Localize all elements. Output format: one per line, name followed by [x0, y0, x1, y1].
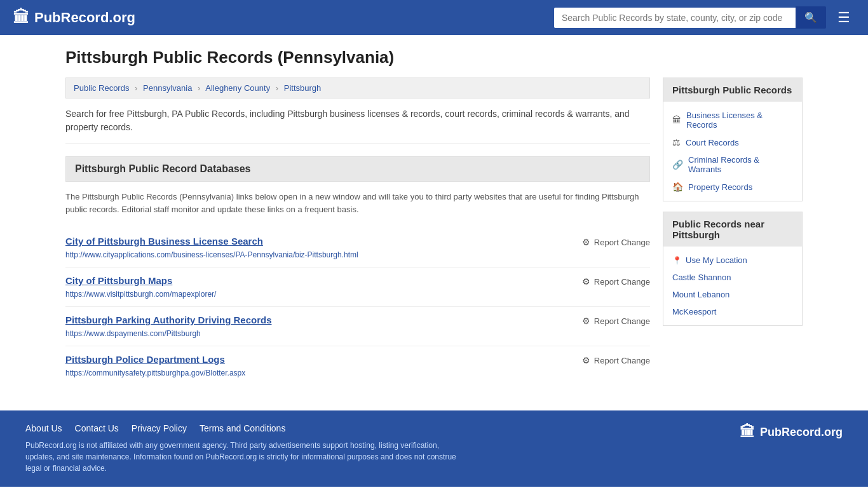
breadcrumb: Public Records › Pennsylvania › Alleghen…	[65, 78, 650, 98]
record-entry: City of Pittsburgh Business License Sear…	[65, 228, 650, 268]
content-main: Public Records › Pennsylvania › Alleghen…	[65, 78, 650, 385]
sidebar-nearby-city: Mount Lebanon	[663, 286, 802, 303]
record-url[interactable]: https://communitysafety.pittsburghpa.gov…	[65, 369, 245, 377]
report-change-button[interactable]: ⚙ Report Change	[582, 316, 650, 326]
record-title[interactable]: Pittsburgh Parking Authority Driving Rec…	[65, 315, 569, 325]
sidebar-record-item: 🏠 Property Records	[663, 178, 802, 196]
record-title[interactable]: Pittsburgh Police Department Logs	[65, 354, 569, 365]
footer-links: About UsContact UsPrivacy PolicyTerms an…	[25, 423, 470, 433]
footer-logo[interactable]: 🏛 PubRecord.org	[740, 423, 843, 441]
report-change-icon: ⚙	[582, 276, 590, 287]
sidebar-record-icon: ⚖	[672, 137, 681, 147]
sidebar-record-link[interactable]: Property Records	[688, 182, 752, 192]
search-button[interactable]: 🔍	[796, 6, 826, 29]
page-description: Search for free Pittsburgh, PA Public Re…	[65, 107, 650, 144]
footer-link[interactable]: Terms and Conditions	[200, 423, 285, 433]
search-bar: 🔍	[554, 6, 826, 29]
header-right: 🔍 ☰	[554, 6, 855, 29]
record-url[interactable]: https://www.dspayments.com/Pittsburgh	[65, 329, 201, 338]
report-change-label: Report Change	[594, 238, 650, 247]
sidebar: Pittsburgh Public Records 🏛 Business Lic…	[663, 78, 803, 385]
record-url[interactable]: http://www.cityapplications.com/business…	[65, 250, 358, 259]
report-change-button[interactable]: ⚙ Report Change	[582, 276, 650, 287]
sidebar-record-link[interactable]: Criminal Records & Warrants	[688, 155, 793, 174]
records-list: City of Pittsburgh Business License Sear…	[65, 228, 650, 385]
record-title[interactable]: City of Pittsburgh Maps	[65, 275, 569, 286]
record-info: Pittsburgh Police Department Logs https:…	[65, 354, 569, 377]
databases-section-header: Pittsburgh Public Record Databases	[65, 156, 650, 182]
breadcrumb-pittsburgh[interactable]: Pittsburgh	[284, 83, 322, 93]
sidebar-records-list: 🏛 Business Licenses & Records ⚖ Court Re…	[663, 102, 802, 201]
nearby-city-link[interactable]: Mount Lebanon	[672, 290, 729, 299]
sidebar-nearby-city: Castle Shannon	[663, 269, 802, 286]
main-container: Pittsburgh Public Records (Pennsylvania)…	[53, 35, 815, 410]
footer-left: About UsContact UsPrivacy PolicyTerms an…	[25, 423, 470, 474]
site-logo[interactable]: 🏛 PubRecord.org	[13, 8, 135, 27]
report-change-icon: ⚙	[582, 355, 590, 365]
content-layout: Public Records › Pennsylvania › Alleghen…	[65, 78, 803, 385]
use-location-link[interactable]: Use My Location	[686, 255, 747, 265]
report-change-icon: ⚙	[582, 316, 590, 326]
report-change-label: Report Change	[594, 277, 650, 287]
report-change-button[interactable]: ⚙ Report Change	[582, 355, 650, 365]
sidebar-nearby-city: McKeesport	[663, 303, 802, 320]
footer-disclaimer: PubRecord.org is not affiliated with any…	[25, 440, 470, 474]
sidebar-record-icon: 🏠	[672, 182, 683, 192]
nearby-city-link[interactable]: Castle Shannon	[672, 273, 731, 282]
record-title[interactable]: City of Pittsburgh Business License Sear…	[65, 236, 569, 247]
record-info: Pittsburgh Parking Authority Driving Rec…	[65, 315, 569, 338]
footer-logo-text: PubRecord.org	[760, 426, 843, 439]
sidebar-record-link[interactable]: Business Licenses & Records	[686, 111, 793, 130]
record-url[interactable]: https://www.visitpittsburgh.com/mapexplo…	[65, 290, 216, 299]
sidebar-record-item: ⚖ Court Records	[663, 133, 802, 151]
footer-link[interactable]: About Us	[25, 423, 62, 433]
nearby-city-link[interactable]: McKeesport	[672, 307, 716, 316]
record-info: City of Pittsburgh Maps https://www.visi…	[65, 275, 569, 299]
page-title: Pittsburgh Public Records (Pennsylvania)	[65, 48, 803, 67]
site-footer: About UsContact UsPrivacy PolicyTerms an…	[0, 410, 868, 487]
report-change-label: Report Change	[594, 356, 650, 365]
breadcrumb-public-records[interactable]: Public Records	[74, 83, 129, 93]
report-change-icon: ⚙	[582, 237, 590, 247]
sidebar-record-item: 🏛 Business Licenses & Records	[663, 107, 802, 133]
sidebar-records-box: Pittsburgh Public Records 🏛 Business Lic…	[663, 78, 803, 201]
sidebar-record-icon: 🔗	[672, 159, 683, 170]
location-icon: 📍	[672, 256, 682, 265]
breadcrumb-pennsylvania[interactable]: Pennsylvania	[143, 83, 192, 93]
breadcrumb-allegheny[interactable]: Allegheny County	[205, 83, 270, 93]
sidebar-nearby-title: Public Records near Pittsburgh	[663, 212, 802, 247]
footer-link[interactable]: Privacy Policy	[132, 423, 187, 433]
breadcrumb-sep-3: ›	[276, 83, 278, 93]
footer-link[interactable]: Contact Us	[75, 423, 119, 433]
site-header: 🏛 PubRecord.org 🔍 ☰	[0, 0, 868, 35]
databases-section-desc: The Pittsburgh Public Records (Pennsylva…	[65, 191, 650, 215]
breadcrumb-sep-1: ›	[135, 83, 137, 93]
record-info: City of Pittsburgh Business License Sear…	[65, 236, 569, 259]
logo-text: PubRecord.org	[34, 10, 135, 26]
record-entry: Pittsburgh Parking Authority Driving Rec…	[65, 307, 650, 346]
report-change-button[interactable]: ⚙ Report Change	[582, 237, 650, 247]
footer-logo-icon: 🏛	[740, 423, 755, 441]
report-change-label: Report Change	[594, 316, 650, 326]
logo-icon: 🏛	[13, 8, 29, 27]
record-entry: City of Pittsburgh Maps https://www.visi…	[65, 268, 650, 307]
sidebar-record-link[interactable]: Court Records	[686, 138, 739, 147]
sidebar-use-location[interactable]: 📍 Use My Location	[663, 252, 802, 269]
sidebar-nearby-box: Public Records near Pittsburgh 📍 Use My …	[663, 212, 803, 326]
sidebar-record-item: 🔗 Criminal Records & Warrants	[663, 151, 802, 178]
sidebar-records-title: Pittsburgh Public Records	[663, 78, 802, 102]
search-input[interactable]	[554, 8, 796, 28]
menu-icon[interactable]: ☰	[832, 7, 855, 29]
sidebar-record-icon: 🏛	[672, 115, 681, 125]
breadcrumb-sep-2: ›	[198, 83, 200, 93]
search-icon: 🔍	[804, 12, 817, 23]
record-entry: Pittsburgh Police Department Logs https:…	[65, 346, 650, 385]
sidebar-nearby-list: 📍 Use My Location Castle ShannonMount Le…	[663, 247, 802, 325]
